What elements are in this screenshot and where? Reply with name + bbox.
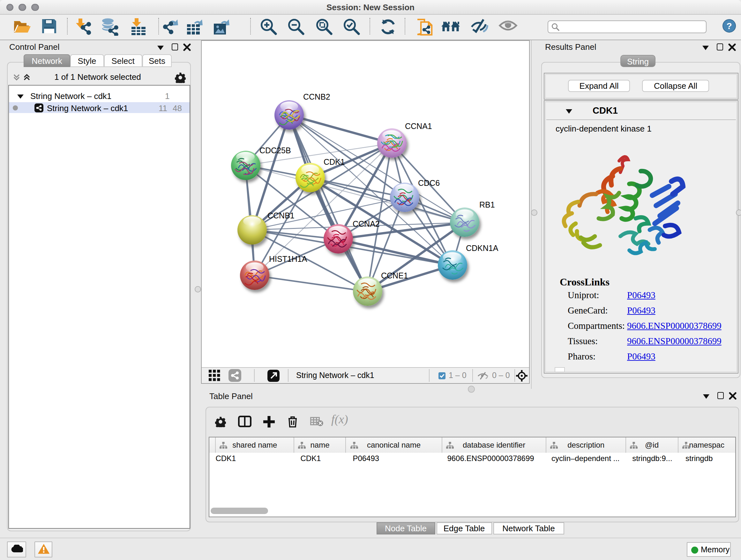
svg-text:?: ? — [726, 21, 732, 31]
